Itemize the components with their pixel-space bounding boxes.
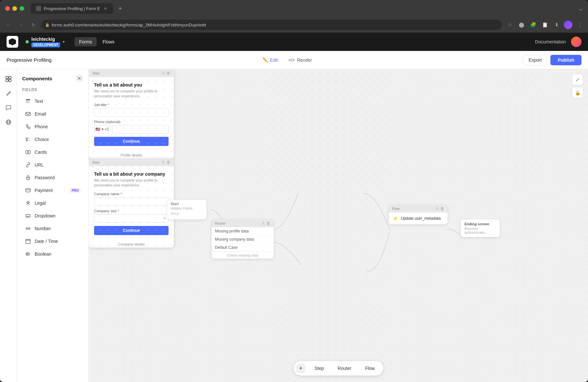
tab-extension-menu[interactable]: ⌄ [579, 6, 583, 12]
router-actions: ⎘ 🗑 [262, 221, 270, 226]
component-boolean[interactable]: Boolean [20, 248, 86, 260]
panel-title: Components [22, 76, 52, 81]
tenant-status-dot [25, 40, 29, 43]
url-icon [25, 162, 31, 168]
ending-screen-node[interactable]: Ending screen Resume authenticatio... [461, 219, 500, 237]
add-node-button[interactable]: + [296, 363, 306, 374]
component-datetime[interactable]: Date / Time [20, 235, 86, 247]
url-bar[interactable]: 🔒 forms.auth0.com/tenants/eu/leichteckig… [41, 20, 502, 30]
component-cards[interactable]: Cards [20, 146, 86, 158]
component-boolean-label: Boolean [35, 251, 51, 257]
flow-action-icon: ⚡ [393, 216, 398, 221]
components-panel: Components ✕ Fields Text Email [17, 69, 89, 382]
component-text[interactable]: Text [20, 95, 86, 107]
tab-close-button[interactable]: ✕ [103, 6, 108, 11]
start-node-field-value: None [167, 212, 206, 218]
component-url[interactable]: URL [20, 159, 86, 171]
browser-tab[interactable]: Progressive Profiling | Form E ✕ [31, 3, 113, 14]
sidebar-components-icon[interactable] [3, 73, 14, 85]
component-number[interactable]: Number [20, 222, 86, 235]
component-datetime-label: Date / Time [35, 239, 58, 244]
nav-forms[interactable]: Forms [74, 37, 97, 46]
sidebar-globe-icon[interactable] [3, 116, 14, 128]
header-right: Documentation [535, 37, 581, 47]
svg-rect-2 [9, 76, 11, 79]
add-flow-button[interactable]: Flow [359, 363, 382, 373]
router-footer: Check missing data [212, 252, 274, 259]
component-legal[interactable]: Legal [20, 197, 86, 209]
router-node[interactable]: Router ⎘ 🗑 Missing profile data Missing … [212, 219, 274, 259]
router-copy-icon[interactable]: ⎘ [262, 221, 265, 226]
sidebar-icons [0, 69, 17, 382]
component-dropdown-label: Dropdown [35, 213, 56, 218]
ending-label: Ending screen [465, 222, 496, 226]
flow-node-delete-icon[interactable]: 🗑 [440, 206, 444, 211]
user-avatar-browser[interactable] [564, 21, 572, 29]
cards-icon [25, 149, 31, 155]
fullscreen-button[interactable]: ⤢ [572, 74, 583, 85]
router-header: Router ⎘ 🗑 [212, 219, 274, 227]
router-label: Router [215, 221, 226, 225]
bookmark-icon[interactable]: ☆ [505, 20, 514, 29]
form-title: Progressive Profiling [7, 57, 52, 63]
nav-flows[interactable]: Flows [98, 37, 119, 46]
user-avatar[interactable] [571, 37, 581, 47]
component-password[interactable]: Password [20, 171, 86, 184]
svg-rect-25 [26, 239, 30, 244]
browser-toolbar: ← → ↻ 🔒 forms.auth0.com/tenants/eu/leich… [0, 17, 588, 33]
payment-icon [25, 187, 31, 194]
toolbar-right: Export Publish [523, 55, 581, 65]
canvas[interactable]: Start Hidden Fields None Router ⎘ 🗑 Miss… [89, 69, 588, 382]
tenant-env-badge: DEVELOPMENT [31, 42, 60, 47]
flow-node[interactable]: Flow ⎘ 🗑 ⚡ Update user_metadata [389, 205, 448, 224]
profile-circle-icon[interactable]: ⬤ [517, 20, 526, 29]
component-email[interactable]: Email [20, 108, 86, 120]
start-node-label: Start [167, 200, 206, 206]
download-icon[interactable]: ⬇ [552, 20, 561, 29]
back-button[interactable]: ← [4, 20, 13, 29]
dropdown-icon [25, 213, 31, 219]
component-cards-label: Cards [35, 150, 47, 155]
tenant-selector[interactable]: leichteckig DEVELOPMENT ▾ [22, 35, 68, 49]
component-dropdown[interactable]: Dropdown [20, 210, 86, 222]
documentation-link[interactable]: Documentation [535, 39, 566, 44]
component-payment-label: Payment [35, 188, 53, 193]
sidebar-edit-icon[interactable] [3, 88, 14, 99]
router-delete-icon[interactable]: 🗑 [267, 221, 270, 226]
browser-toolbar-actions: ☆ ⬤ 🧩 📋 ⬇ ⋮ [505, 20, 584, 29]
export-button[interactable]: Export [523, 55, 547, 65]
app-header: leichteckig DEVELOPMENT ▾ Forms Flows Do… [0, 33, 588, 51]
screenshot-icon[interactable]: 📋 [540, 20, 549, 29]
refresh-button[interactable]: ↻ [29, 20, 38, 29]
panel-close-button[interactable]: ✕ [75, 74, 83, 82]
svg-point-10 [26, 138, 27, 139]
lock-button[interactable]: 🔒 [572, 88, 583, 98]
add-step-button[interactable]: Step [308, 363, 331, 373]
svg-rect-15 [28, 151, 30, 154]
svg-rect-7 [26, 101, 29, 102]
sidebar-chat-icon[interactable] [3, 102, 14, 114]
start-node[interactable]: Start Hidden Fields None [167, 200, 206, 219]
component-phone[interactable]: Phone [20, 120, 86, 133]
menu-icon[interactable]: ⋮ [575, 20, 584, 29]
add-router-button[interactable]: Router [331, 363, 358, 373]
legal-icon [25, 200, 31, 206]
flow-node-copy-icon[interactable]: ⎘ [436, 206, 438, 211]
render-tab[interactable]: </> Render [284, 56, 317, 65]
traffic-light-yellow[interactable] [12, 6, 17, 11]
password-icon [25, 174, 31, 181]
url-text: forms.auth0.com/tenants/eu/leichteckig/f… [52, 23, 206, 27]
traffic-light-red[interactable] [5, 6, 10, 11]
publish-button[interactable]: Publish [550, 55, 581, 65]
svg-rect-14 [26, 151, 28, 154]
header-nav: Forms Flows [74, 37, 119, 46]
tenant-chevron-icon: ▾ [63, 40, 65, 44]
component-payment[interactable]: Payment PRO [20, 184, 86, 197]
edit-tab-label: Edit [270, 57, 278, 63]
forward-button[interactable]: → [16, 20, 25, 29]
component-choice[interactable]: Choice [20, 133, 86, 146]
edit-tab[interactable]: ✏️ Edit [258, 56, 283, 65]
extensions-icon[interactable]: 🧩 [529, 20, 538, 29]
new-tab-button[interactable]: + [118, 5, 122, 12]
traffic-light-green[interactable] [20, 6, 24, 11]
